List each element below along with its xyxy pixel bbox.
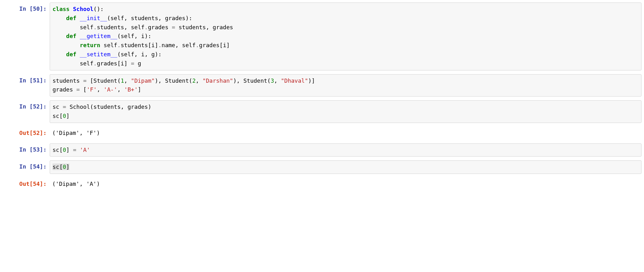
code-token: 'A-' bbox=[104, 86, 117, 93]
code-token: name, self bbox=[162, 42, 196, 48]
code-token: grades[i] bbox=[97, 60, 131, 67]
code-token: 0 bbox=[63, 113, 66, 119]
input-prompt: In [51]: bbox=[3, 74, 50, 85]
code-token: School bbox=[73, 6, 93, 12]
code-token: , bbox=[97, 86, 104, 93]
code-token: 'F' bbox=[86, 86, 97, 93]
code-input[interactable]: students = [Student(1, "Dipam"), Student… bbox=[50, 74, 641, 97]
code-output: ('Dipam', 'A') bbox=[50, 178, 641, 191]
code-token: g bbox=[134, 60, 141, 67]
input-prompt: In [52]: bbox=[3, 100, 50, 111]
code-token: "Dipam" bbox=[131, 77, 155, 84]
code-token: self bbox=[100, 42, 117, 48]
code-input[interactable]: class School(): def __init__(self, stude… bbox=[50, 3, 641, 70]
code-token bbox=[53, 33, 66, 39]
code-token: ('Dipam', 'A') bbox=[52, 180, 100, 187]
output-prompt: Out[54]: bbox=[3, 178, 50, 189]
code-token bbox=[76, 51, 80, 58]
code-cell: In [54]:sc[0] bbox=[0, 160, 644, 174]
code-token: def bbox=[66, 51, 76, 58]
code-token: , bbox=[274, 77, 281, 84]
code-token: __setitem__ bbox=[80, 51, 117, 58]
code-token bbox=[53, 15, 66, 21]
code-token: students bbox=[53, 77, 83, 84]
notebook: In [50]:class School(): def __init__(sel… bbox=[0, 3, 644, 191]
code-token: 2 bbox=[192, 77, 196, 84]
output-cell: Out[54]:('Dipam', 'A') bbox=[0, 178, 644, 191]
code-token: 'A' bbox=[80, 147, 90, 153]
code-token: , bbox=[196, 77, 203, 84]
code-token: students, grades bbox=[175, 24, 233, 31]
code-token: . bbox=[117, 42, 121, 48]
code-token: ] bbox=[66, 147, 73, 153]
code-token: grades bbox=[148, 24, 172, 31]
code-token bbox=[76, 33, 80, 39]
output-prompt: Out[52]: bbox=[3, 127, 50, 138]
code-token: students, self bbox=[97, 24, 145, 31]
code-token bbox=[69, 6, 73, 12]
code-cell: In [53]:sc[0] = 'A' bbox=[0, 143, 644, 157]
code-token: self bbox=[53, 60, 93, 67]
code-token bbox=[53, 42, 80, 48]
code-output: ('Dipam', 'F') bbox=[50, 127, 641, 140]
code-token: = bbox=[83, 77, 87, 84]
code-token: 1 bbox=[121, 77, 124, 84]
code-token: = bbox=[172, 24, 175, 31]
input-prompt: In [50]: bbox=[3, 3, 50, 14]
code-input[interactable]: sc = School(students, grades) sc[0] bbox=[50, 100, 641, 123]
code-token: sc[ bbox=[53, 164, 63, 170]
code-token: sc[ bbox=[53, 147, 63, 153]
code-token: . bbox=[158, 42, 162, 48]
code-token: 0 bbox=[63, 147, 66, 153]
code-token: . bbox=[93, 24, 97, 31]
code-token: (): bbox=[93, 6, 104, 12]
code-token: sc[ bbox=[53, 113, 63, 119]
code-input[interactable]: sc[0] = 'A' bbox=[50, 143, 641, 157]
code-token: = bbox=[76, 86, 80, 93]
code-token: [Student( bbox=[86, 77, 120, 84]
code-token: grades[i] bbox=[199, 42, 230, 48]
code-token: return bbox=[80, 42, 100, 48]
code-token: grades bbox=[53, 86, 76, 93]
code-cell: In [50]:class School(): def __init__(sel… bbox=[0, 3, 644, 70]
code-token: "Dhaval" bbox=[281, 77, 308, 84]
code-token: (self, i): bbox=[117, 33, 151, 39]
output-cell: Out[52]:('Dipam', 'F') bbox=[0, 127, 644, 140]
input-prompt: In [53]: bbox=[3, 143, 50, 154]
code-token: 'B+' bbox=[124, 86, 138, 93]
code-token bbox=[76, 15, 80, 21]
code-token: . bbox=[93, 60, 97, 67]
code-token: School(students, grades) bbox=[66, 103, 151, 110]
code-token: , bbox=[124, 77, 131, 84]
code-token: ] bbox=[66, 164, 69, 170]
code-token: )] bbox=[308, 77, 315, 84]
code-token: ] bbox=[66, 113, 69, 119]
code-input[interactable]: sc[0] bbox=[50, 160, 641, 174]
code-token: ), Student( bbox=[233, 77, 270, 84]
code-token: = bbox=[131, 60, 134, 67]
code-token: (self, students, grades): bbox=[107, 15, 192, 21]
code-token: sc bbox=[53, 103, 63, 110]
code-token: . bbox=[145, 24, 148, 31]
code-token bbox=[76, 147, 80, 153]
code-token: 3 bbox=[271, 77, 274, 84]
code-token: , bbox=[117, 86, 124, 93]
code-token: ('Dipam', 'F') bbox=[52, 130, 100, 136]
code-token: 0 bbox=[63, 164, 66, 170]
code-token: "Darshan" bbox=[203, 77, 233, 84]
code-token: def bbox=[66, 15, 76, 21]
code-token: ), Student( bbox=[155, 77, 192, 84]
code-token: ] bbox=[138, 86, 141, 93]
input-prompt: In [54]: bbox=[3, 160, 50, 171]
code-cell: In [52]:sc = School(students, grades) sc… bbox=[0, 100, 644, 123]
code-token bbox=[53, 51, 66, 58]
code-token: [ bbox=[80, 86, 87, 93]
code-token: def bbox=[66, 33, 76, 39]
code-token: self bbox=[53, 24, 93, 31]
code-token: __init__ bbox=[80, 15, 107, 21]
code-token: students[i] bbox=[121, 42, 158, 48]
code-token: class bbox=[53, 6, 69, 12]
code-token: = bbox=[63, 103, 66, 110]
code-token: (self, i, g): bbox=[117, 51, 162, 58]
code-token: . bbox=[196, 42, 199, 48]
